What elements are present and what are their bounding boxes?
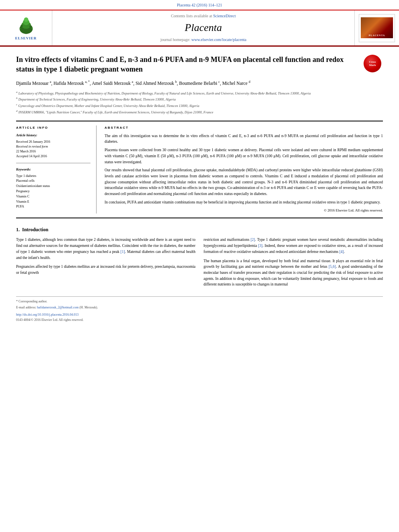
svg-point-6 (29, 26, 31, 28)
intro-col-right: restriction and malformations [2]. Type … (204, 237, 383, 291)
email-link[interactable]: hafidamerzouk_2@hotmail.com (37, 306, 79, 309)
keyword-3: Oxidant/antioxidant status (16, 184, 90, 189)
abstract-text: The aim of this investigation was to det… (105, 133, 383, 214)
journal-title: Placenta (185, 21, 222, 35)
author-3: Amel Saidi Merzouk a, (92, 81, 134, 86)
doi-link[interactable]: http://dx.doi.org/10.1016/j.placenta.201… (16, 313, 78, 316)
journal-ref-bar: Placenta 42 (2016) 114–121 (0, 0, 399, 10)
article-history: Article history: Received 26 January 201… (16, 133, 90, 159)
intro-p3: restriction and malformations [2]. Type … (204, 237, 383, 255)
article-content: In vitro effects of vitamins C and E, n-… (0, 47, 399, 330)
crossmark-icon: CrossMark (364, 55, 381, 72)
keyword-1: Type 1 diabetes (16, 174, 90, 179)
email-line: E-mail address: hafidamerzouk_2@hotmail.… (16, 305, 383, 310)
elsevier-tree-icon (14, 15, 38, 35)
keywords-section: Keywords: Type 1 diabetes Placental cell… (16, 167, 90, 210)
elsevier-logo: ELSEVIER (14, 15, 38, 41)
homepage-label: journal homepage: www.elsevier.com/locat… (160, 37, 247, 43)
introduction-section: 1. Introduction Type 1 diabetes, althoug… (16, 226, 383, 291)
affiliation-d: d INSERM UMR866, "Lipids Nutrition Cance… (16, 109, 383, 115)
article-info-col: ARTICLE INFO Article history: Received 2… (16, 125, 97, 214)
article-info-label: ARTICLE INFO (16, 125, 90, 130)
authors-line: Djamila Mezouar a, Hafida Merzouk a, *, … (16, 80, 383, 87)
intro-heading: 1. Introduction (16, 226, 383, 233)
svg-point-4 (24, 18, 28, 22)
keyword-4: Pregnancy (16, 189, 90, 194)
received-revised-label: Received in revised form (16, 144, 90, 149)
issn-line: 0143-4004/© 2016 Elsevier Ltd. All right… (16, 318, 383, 322)
ref-56-link[interactable]: [5,6] (329, 265, 336, 269)
affiliation-b: b Department of Technical Sciences, Facu… (16, 97, 383, 102)
ref-4-link[interactable]: [4] (339, 250, 344, 254)
received-revised-date: 22 March 2016 (16, 149, 90, 154)
abstract-col: ABSTRACT The aim of this investigation w… (105, 125, 383, 214)
keywords-title: Keywords: (16, 167, 90, 172)
keywords-list: Type 1 diabetes Placental cells Oxidant/… (16, 174, 90, 210)
keyword-2: Placental cells (16, 179, 90, 184)
keyword-6: Vitamin E (16, 199, 90, 205)
divider-thick (16, 121, 383, 121)
copyright-line: © 2016 Elsevier Ltd. All rights reserved… (105, 208, 383, 214)
ref-1-link[interactable]: [1] (120, 250, 125, 254)
received-date: Received 26 January 2016 (16, 140, 90, 144)
sciencedirect-label: Contents lists available at ScienceDirec… (171, 13, 236, 19)
crossmark-badge: CrossMark (364, 55, 383, 74)
article-history-title: Article history: (16, 133, 90, 138)
affiliations: a Laboratory of Physiology, Physiopathol… (16, 90, 383, 115)
placenta-logo-area (355, 10, 399, 45)
author-5: Boumediene Belarbi c, (179, 81, 221, 86)
sciencedirect-link[interactable]: ScienceDirect (213, 14, 236, 18)
abstract-p3: Our results showed that basal placental … (105, 167, 383, 197)
homepage-url[interactable]: www.elsevier.com/locate/placenta (191, 37, 247, 42)
elsevier-wordmark: ELSEVIER (15, 36, 37, 41)
placenta-logo-box (359, 14, 395, 42)
keyword-7: PUFA (16, 204, 90, 210)
article-title: In vitro effects of vitamins C and E, n-… (16, 55, 383, 74)
intro-p4: The human placenta is a fetal organ, dev… (204, 258, 383, 288)
divider-bottom (16, 218, 383, 218)
elsevier-logo-area: ELSEVIER (0, 10, 52, 45)
author-6: Michel Narce d (222, 81, 250, 86)
journal-ref-text: Placenta 42 (2016) 114–121 (177, 3, 222, 7)
abstract-p2: Placenta tissues were collected from 30 … (105, 147, 383, 165)
intro-col-left: Type 1 diabetes, although less common th… (16, 237, 195, 291)
email-label: E-mail address: (16, 306, 36, 309)
author-1: Djamila Mezouar a, (16, 81, 52, 86)
svg-point-5 (21, 25, 23, 27)
journal-top-bar: ELSEVIER Contents lists available at Sci… (0, 10, 399, 47)
affiliation-a: a Laboratory of Physiology, Physiopathol… (16, 90, 383, 96)
ref-2-link[interactable]: [2] (251, 238, 255, 242)
abstract-p1: The aim of this investigation was to det… (105, 133, 383, 145)
divider-1 (16, 163, 90, 163)
affiliation-c: c Gynecology and Obstetrics Department, … (16, 103, 383, 109)
keyword-5: Vitamin C (16, 194, 90, 199)
author-4: Sid Ahmed Merzouk b, (136, 81, 178, 86)
ref-3-link[interactable]: [3] (258, 244, 263, 248)
author-2: Hafida Merzouk a, *, (53, 81, 91, 86)
abstract-label: ABSTRACT (105, 125, 383, 130)
intro-p1: Type 1 diabetes, although less common th… (16, 237, 195, 261)
svg-point-8 (31, 27, 33, 29)
email-name: (H. Merzouk). (80, 306, 98, 309)
intro-p2: Pregnancies affected by type 1 diabetes … (16, 264, 195, 275)
article-footer: * Corresponding author. E-mail address: … (16, 296, 383, 322)
accepted-date: Accepted 14 April 2016 (16, 154, 90, 159)
svg-point-7 (19, 28, 21, 30)
article-info-abstract: ARTICLE INFO Article history: Received 2… (16, 125, 383, 214)
journal-center-info: Contents lists available at ScienceDirec… (52, 10, 355, 45)
corresponding-note: * Corresponding author. (16, 299, 383, 304)
intro-two-col: Type 1 diabetes, although less common th… (16, 237, 383, 291)
placenta-logo-image (361, 17, 393, 38)
abstract-p4: In conclusion, PUFA and antioxidant vita… (105, 199, 383, 205)
